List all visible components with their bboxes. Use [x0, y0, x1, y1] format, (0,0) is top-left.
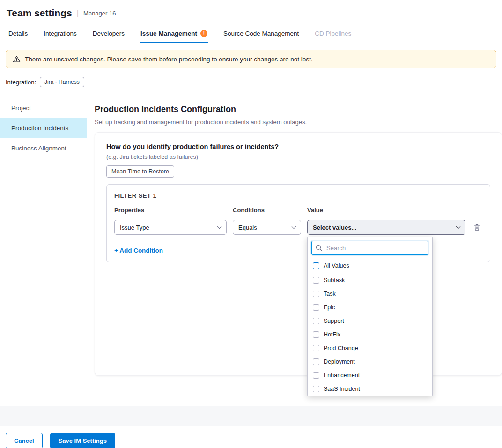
checkbox-icon[interactable]: [313, 318, 319, 324]
content-body: Project Production Incidents Business Al…: [0, 94, 502, 401]
value-select[interactable]: Select values...: [307, 220, 465, 235]
dropdown-option[interactable]: Deployment: [308, 355, 432, 368]
dropdown-option[interactable]: Task: [308, 287, 432, 300]
title-divider: |: [77, 8, 79, 18]
sidebar-item-production-incidents[interactable]: Production Incidents: [0, 118, 87, 138]
condition-select-value: Equals: [238, 224, 257, 231]
column-label-value: Value: [307, 207, 465, 214]
dropdown-option[interactable]: SaaS Incident: [308, 382, 432, 396]
integration-row: Integration: Jira - Harness: [0, 73, 502, 94]
checkbox-icon[interactable]: [313, 277, 319, 284]
add-condition-button[interactable]: + Add Condition: [114, 247, 163, 254]
checkbox-icon[interactable]: [313, 386, 319, 392]
tab-cd-pipelines: CD Pipelines: [315, 24, 351, 43]
delete-filter-button[interactable]: [472, 222, 482, 233]
checkbox-icon[interactable]: [313, 304, 319, 311]
tab-details[interactable]: Details: [8, 24, 28, 43]
integration-label: Integration:: [6, 79, 36, 86]
tab-source-code-management[interactable]: Source Code Management: [223, 24, 299, 43]
trash-icon: [473, 224, 480, 231]
dropdown-search: [311, 241, 428, 255]
search-input[interactable]: [325, 244, 424, 252]
checkbox-icon[interactable]: [313, 262, 319, 269]
checkbox-icon[interactable]: [313, 358, 319, 365]
tab-integrations[interactable]: Integrations: [44, 24, 77, 43]
filter-set-title: FILTER SET 1: [114, 192, 482, 199]
bottom-strip: [0, 406, 502, 426]
cancel-button[interactable]: Cancel: [6, 433, 43, 448]
filter-set: FILTER SET 1 Properties Conditions Value…: [106, 184, 490, 262]
dropdown-option[interactable]: HotFix: [308, 328, 432, 341]
filter-column-headers: Properties Conditions Value: [114, 207, 482, 214]
chevron-down-icon: [456, 224, 461, 229]
all-values-option[interactable]: All Values: [308, 259, 432, 273]
tab-issue-management[interactable]: Issue Management !: [140, 24, 207, 43]
dropdown-options-list: Subtask Task Epic Support HotFix Prod Ch…: [308, 273, 432, 396]
main-panel: Production Incidents Configuration Set u…: [87, 94, 502, 401]
checkbox-icon[interactable]: [313, 331, 319, 338]
search-icon: [316, 245, 322, 251]
dropdown-option[interactable]: Epic: [308, 300, 432, 314]
dropdown-option[interactable]: Support: [308, 314, 432, 328]
section-subtitle: Set up tracking and management for produ…: [95, 119, 502, 126]
page-title: Team settings: [7, 7, 72, 19]
warning-badge-icon: !: [200, 30, 207, 37]
mean-time-to-restore-chip[interactable]: Mean Time to Restore: [106, 165, 174, 178]
page-header: Team settings | Manager 16: [0, 0, 502, 24]
property-select[interactable]: Issue Type: [114, 220, 227, 235]
checkbox-icon[interactable]: [313, 291, 319, 297]
property-select-value: Issue Type: [120, 224, 149, 231]
dropdown-option[interactable]: Subtask: [308, 273, 432, 287]
checkbox-icon[interactable]: [313, 345, 319, 351]
question-text: How do you identify production failures …: [106, 143, 490, 150]
filter-row: Issue Type Equals Select values...: [114, 220, 482, 235]
question-hint: (e.g. Jira tickets labeled as failures): [106, 154, 490, 160]
sidebar-item-project[interactable]: Project: [0, 98, 87, 118]
footer-actions: Cancel Save IM Settings: [0, 426, 502, 448]
chevron-down-icon: [217, 224, 222, 229]
checkbox-icon[interactable]: [313, 372, 319, 379]
section-title: Production Incidents Configuration: [95, 105, 502, 114]
save-im-settings-button[interactable]: Save IM Settings: [50, 433, 115, 448]
sidebar: Project Production Incidents Business Al…: [0, 94, 87, 401]
banner-text: There are unsaved changes. Please save t…: [25, 56, 313, 63]
value-dropdown: All Values Subtask Task Epic Support Hot…: [307, 237, 433, 396]
condition-select[interactable]: Equals: [233, 220, 301, 235]
config-card: How do you identify production failures …: [95, 132, 502, 376]
all-values-label: All Values: [324, 262, 349, 269]
tab-bar: Details Integrations Developers Issue Ma…: [0, 24, 502, 43]
dropdown-option[interactable]: Customer Notification: [308, 396, 432, 396]
dropdown-option[interactable]: Prod Change: [308, 341, 432, 355]
chevron-down-icon: [292, 224, 296, 229]
unsaved-changes-banner: There are unsaved changes. Please save t…: [6, 50, 496, 68]
sidebar-item-business-alignment[interactable]: Business Alignment: [0, 138, 87, 158]
integration-chip[interactable]: Jira - Harness: [40, 77, 84, 87]
team-name: Manager 16: [83, 10, 116, 17]
column-label-conditions: Conditions: [233, 207, 301, 214]
dropdown-option[interactable]: Enhancement: [308, 368, 432, 382]
warning-icon: [13, 55, 21, 63]
value-select-placeholder: Select values...: [313, 224, 356, 231]
tab-developers[interactable]: Developers: [93, 24, 125, 43]
column-label-properties: Properties: [114, 207, 227, 214]
